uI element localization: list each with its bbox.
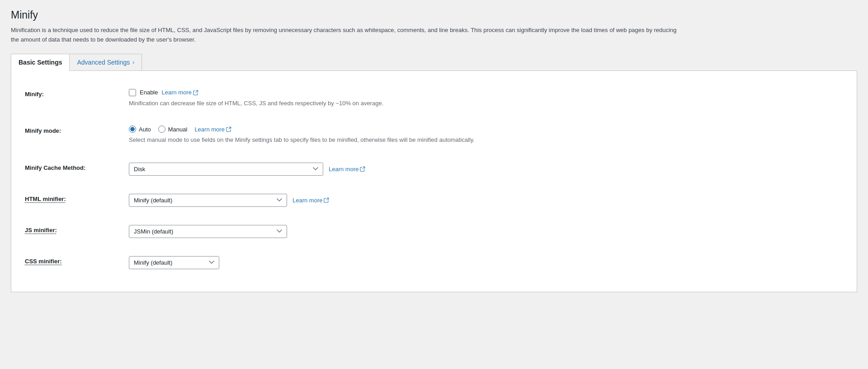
- minify-mode-auto-label: Auto: [139, 126, 151, 133]
- minify-setting-row: Minify: Enable Learn more Minification c…: [25, 80, 843, 117]
- html-minifier-label: HTML minifier:: [25, 194, 129, 202]
- minify-description: Minification can decrease file size of H…: [129, 99, 843, 108]
- minify-mode-auto-radio[interactable]: [129, 126, 136, 133]
- minify-learn-more-text: Learn more: [161, 89, 191, 96]
- css-minifier-setting-row: CSS minifier: Minify (default) YUI Compr…: [25, 247, 843, 278]
- html-minifier-external-link-icon: [324, 197, 329, 203]
- page-title: Minify: [11, 9, 857, 21]
- js-minifier-setting-row: JS minifier: JSMin (default) Google Clos…: [25, 216, 843, 247]
- minify-external-link-icon: [193, 90, 198, 95]
- html-minifier-setting-row: HTML minifier: Minify (default) HTML Tid…: [25, 185, 843, 216]
- css-minifier-select[interactable]: Minify (default) YUI Compressor: [129, 256, 219, 269]
- minify-checkbox[interactable]: [129, 89, 136, 96]
- html-minifier-content: Minify (default) HTML Tidy Learn more: [129, 194, 843, 207]
- minify-mode-main-line: Auto Manual Learn more: [129, 126, 843, 133]
- minify-cache-method-setting-row: Minify Cache Method: Disk Opcode: APC Op…: [25, 154, 843, 185]
- minify-cache-method-label: Minify Cache Method:: [25, 163, 129, 171]
- minify-cache-method-select[interactable]: Disk Opcode: APC Opcode: Xcache Memcache…: [129, 163, 323, 176]
- tab-advanced-settings[interactable]: Advanced Settings ›: [70, 54, 142, 71]
- css-minifier-select-row: Minify (default) YUI Compressor: [129, 256, 843, 269]
- minify-cache-method-content: Disk Opcode: APC Opcode: Xcache Memcache…: [129, 163, 843, 176]
- minify-mode-description: Select manual mode to use fields on the …: [129, 135, 843, 145]
- minify-content: Enable Learn more Minification can decre…: [129, 89, 843, 108]
- minify-cache-method-learn-more-text: Learn more: [329, 166, 359, 173]
- settings-panel: Minify: Enable Learn more Minification c…: [11, 71, 857, 292]
- minify-mode-manual-label: Manual: [168, 126, 188, 133]
- html-minifier-learn-more-text: Learn more: [292, 197, 322, 204]
- chevron-right-icon: ›: [132, 59, 134, 65]
- js-minifier-content: JSMin (default) Google Closure Compiler …: [129, 225, 843, 238]
- page-description: Minification is a technique used to redu…: [11, 26, 684, 45]
- minify-mode-learn-more-link[interactable]: Learn more: [194, 126, 231, 133]
- minify-enable-text: Enable: [140, 89, 158, 96]
- html-minifier-select[interactable]: Minify (default) HTML Tidy: [129, 194, 287, 207]
- minify-cache-method-learn-more-link[interactable]: Learn more: [329, 166, 365, 173]
- minify-main-line: Enable Learn more: [129, 89, 843, 96]
- page-wrapper: Minify Minification is a technique used …: [0, 0, 868, 303]
- minify-cache-method-external-link-icon: [360, 166, 365, 172]
- js-minifier-select-row: JSMin (default) Google Closure Compiler …: [129, 225, 843, 238]
- minify-mode-label: Minify mode:: [25, 126, 129, 134]
- tab-basic-settings[interactable]: Basic Settings: [11, 54, 70, 71]
- minify-mode-setting-row: Minify mode: Auto Manual Learn more: [25, 117, 843, 154]
- tab-basic-settings-label: Basic Settings: [19, 59, 62, 66]
- minify-mode-learn-more-text: Learn more: [194, 126, 224, 133]
- tab-advanced-settings-label: Advanced Settings: [77, 59, 130, 66]
- css-minifier-content: Minify (default) YUI Compressor: [129, 256, 843, 269]
- minify-label: Minify:: [25, 89, 129, 98]
- tabs-container: Basic Settings Advanced Settings ›: [11, 54, 857, 71]
- minify-learn-more-link[interactable]: Learn more: [161, 89, 198, 96]
- html-minifier-learn-more-link[interactable]: Learn more: [292, 197, 329, 204]
- js-minifier-label: JS minifier:: [25, 225, 129, 234]
- minify-cache-method-select-row: Disk Opcode: APC Opcode: Xcache Memcache…: [129, 163, 843, 176]
- minify-mode-external-link-icon: [226, 126, 231, 132]
- minify-mode-manual-radio[interactable]: [158, 126, 165, 133]
- css-minifier-label: CSS minifier:: [25, 256, 129, 265]
- js-minifier-select[interactable]: JSMin (default) Google Closure Compiler …: [129, 225, 287, 238]
- html-minifier-select-row: Minify (default) HTML Tidy Learn more: [129, 194, 843, 207]
- minify-mode-content: Auto Manual Learn more Select manual mod…: [129, 126, 843, 145]
